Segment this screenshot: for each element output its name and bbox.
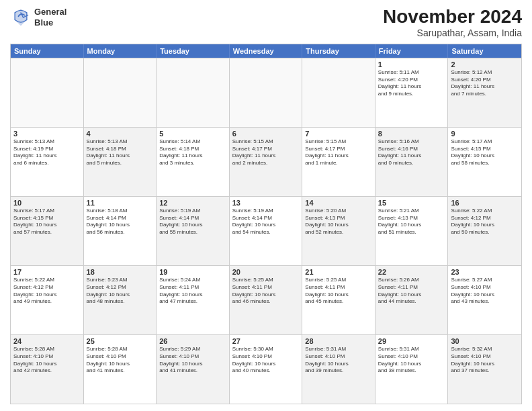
cell-info: Sunrise: 5:18 AM Sunset: 4:14 PM Dayligh… (87, 208, 154, 236)
day-number: 21 (305, 268, 372, 276)
day-number: 18 (87, 268, 154, 276)
logo-line2: Blue (34, 17, 66, 28)
cell-info: Sunrise: 5:25 AM Sunset: 4:11 PM Dayligh… (305, 277, 372, 306)
cell-info: Sunrise: 5:15 AM Sunset: 4:17 PM Dayligh… (232, 138, 300, 167)
cell-info: Sunrise: 5:13 AM Sunset: 4:19 PM Dayligh… (13, 138, 81, 167)
cell-info: Sunrise: 5:16 AM Sunset: 4:16 PM Dayligh… (378, 138, 445, 167)
cal-cell-6: 6Sunrise: 5:15 AM Sunset: 4:17 PM Daylig… (230, 128, 303, 196)
calendar: SundayMondayTuesdayWednesdayThursdayFrid… (10, 44, 522, 404)
day-number: 25 (87, 337, 154, 345)
cal-cell-28: 28Sunrise: 5:31 AM Sunset: 4:10 PM Dayli… (302, 335, 375, 404)
cal-cell-8: 8Sunrise: 5:16 AM Sunset: 4:16 PM Daylig… (375, 128, 449, 196)
cell-info: Sunrise: 5:31 AM Sunset: 4:10 PM Dayligh… (378, 346, 445, 375)
day-number: 14 (305, 199, 372, 207)
day-number: 28 (305, 337, 372, 345)
cell-info: Sunrise: 5:20 AM Sunset: 4:13 PM Dayligh… (305, 208, 372, 236)
cell-info: Sunrise: 5:15 AM Sunset: 4:17 PM Dayligh… (305, 138, 372, 167)
subtitle: Sarupathar, Assam, India (383, 28, 522, 38)
cal-cell-17: 17Sunrise: 5:22 AM Sunset: 4:12 PM Dayli… (11, 266, 84, 334)
cell-info: Sunrise: 5:32 AM Sunset: 4:10 PM Dayligh… (451, 346, 519, 375)
calendar-row-1: 3Sunrise: 5:13 AM Sunset: 4:19 PM Daylig… (11, 127, 521, 196)
day-number: 10 (13, 199, 81, 207)
cal-cell-empty-1 (84, 58, 157, 127)
day-number: 29 (378, 337, 445, 345)
header-day-friday: Friday (375, 44, 449, 58)
day-number: 8 (378, 130, 445, 138)
cell-info: Sunrise: 5:19 AM Sunset: 4:14 PM Dayligh… (159, 208, 226, 236)
cell-info: Sunrise: 5:27 AM Sunset: 4:10 PM Dayligh… (451, 277, 519, 306)
logo-text: General Blue (34, 7, 66, 28)
day-number: 9 (451, 130, 519, 138)
page: General Blue November 2024 Sarupathar, A… (0, 0, 532, 411)
cell-info: Sunrise: 5:22 AM Sunset: 4:12 PM Dayligh… (13, 277, 81, 306)
day-number: 19 (159, 268, 226, 276)
cell-info: Sunrise: 5:22 AM Sunset: 4:12 PM Dayligh… (451, 208, 519, 236)
header-day-wednesday: Wednesday (230, 44, 303, 58)
cal-cell-18: 18Sunrise: 5:23 AM Sunset: 4:12 PM Dayli… (84, 266, 157, 334)
cal-cell-26: 26Sunrise: 5:29 AM Sunset: 4:10 PM Dayli… (157, 335, 230, 404)
day-number: 6 (232, 130, 300, 138)
cal-cell-22: 22Sunrise: 5:26 AM Sunset: 4:11 PM Dayli… (375, 266, 449, 334)
cell-info: Sunrise: 5:14 AM Sunset: 4:18 PM Dayligh… (159, 138, 226, 167)
day-number: 23 (451, 268, 519, 276)
cal-cell-21: 21Sunrise: 5:25 AM Sunset: 4:11 PM Dayli… (302, 266, 375, 334)
cal-cell-2: 2Sunrise: 5:12 AM Sunset: 4:20 PM Daylig… (448, 58, 521, 127)
cell-info: Sunrise: 5:17 AM Sunset: 4:15 PM Dayligh… (451, 138, 519, 167)
day-number: 17 (13, 268, 81, 276)
cal-cell-4: 4Sunrise: 5:13 AM Sunset: 4:18 PM Daylig… (84, 128, 157, 196)
cell-info: Sunrise: 5:28 AM Sunset: 4:10 PM Dayligh… (87, 346, 154, 375)
cal-cell-16: 16Sunrise: 5:22 AM Sunset: 4:12 PM Dayli… (448, 197, 521, 265)
cal-cell-20: 20Sunrise: 5:25 AM Sunset: 4:11 PM Dayli… (230, 266, 303, 334)
logo: General Blue (10, 7, 66, 28)
cal-cell-5: 5Sunrise: 5:14 AM Sunset: 4:18 PM Daylig… (157, 128, 230, 196)
calendar-row-4: 24Sunrise: 5:28 AM Sunset: 4:10 PM Dayli… (11, 334, 521, 404)
cal-cell-11: 11Sunrise: 5:18 AM Sunset: 4:14 PM Dayli… (84, 197, 157, 265)
day-number: 15 (378, 199, 445, 207)
day-number: 12 (159, 199, 226, 207)
day-number: 5 (159, 130, 226, 138)
cal-cell-9: 9Sunrise: 5:17 AM Sunset: 4:15 PM Daylig… (448, 128, 521, 196)
cal-cell-7: 7Sunrise: 5:15 AM Sunset: 4:17 PM Daylig… (302, 128, 375, 196)
cell-info: Sunrise: 5:19 AM Sunset: 4:14 PM Dayligh… (232, 208, 300, 236)
header-day-sunday: Sunday (11, 44, 84, 58)
day-number: 27 (232, 337, 300, 345)
day-number: 4 (87, 130, 154, 138)
cell-info: Sunrise: 5:23 AM Sunset: 4:12 PM Dayligh… (87, 277, 154, 306)
cal-cell-29: 29Sunrise: 5:31 AM Sunset: 4:10 PM Dayli… (375, 335, 449, 404)
cal-cell-19: 19Sunrise: 5:24 AM Sunset: 4:11 PM Dayli… (157, 266, 230, 334)
day-number: 7 (305, 130, 372, 138)
cell-info: Sunrise: 5:29 AM Sunset: 4:10 PM Dayligh… (159, 346, 226, 375)
cal-cell-25: 25Sunrise: 5:28 AM Sunset: 4:10 PM Dayli… (84, 335, 157, 404)
cal-cell-empty-2 (157, 58, 230, 127)
cell-info: Sunrise: 5:31 AM Sunset: 4:10 PM Dayligh… (305, 346, 372, 375)
day-number: 16 (451, 199, 519, 207)
cal-cell-12: 12Sunrise: 5:19 AM Sunset: 4:14 PM Dayli… (157, 197, 230, 265)
cal-cell-15: 15Sunrise: 5:21 AM Sunset: 4:13 PM Dayli… (375, 197, 449, 265)
header-day-tuesday: Tuesday (157, 44, 230, 58)
cell-info: Sunrise: 5:25 AM Sunset: 4:11 PM Dayligh… (232, 277, 300, 306)
cal-cell-1: 1Sunrise: 5:11 AM Sunset: 4:20 PM Daylig… (375, 58, 449, 127)
day-number: 13 (232, 199, 300, 207)
cal-cell-empty-4 (302, 58, 375, 127)
header-day-thursday: Thursday (302, 44, 375, 58)
cal-cell-10: 10Sunrise: 5:17 AM Sunset: 4:15 PM Dayli… (11, 197, 84, 265)
cell-info: Sunrise: 5:12 AM Sunset: 4:20 PM Dayligh… (451, 69, 519, 98)
logo-icon (10, 7, 32, 28)
day-number: 2 (451, 60, 519, 68)
day-number: 1 (378, 60, 445, 68)
cal-cell-27: 27Sunrise: 5:30 AM Sunset: 4:10 PM Dayli… (230, 335, 303, 404)
cell-info: Sunrise: 5:28 AM Sunset: 4:10 PM Dayligh… (13, 346, 81, 375)
cal-cell-empty-3 (230, 58, 303, 127)
calendar-body: 1Sunrise: 5:11 AM Sunset: 4:20 PM Daylig… (11, 58, 521, 404)
logo-line1: General (34, 7, 66, 17)
cell-info: Sunrise: 5:30 AM Sunset: 4:10 PM Dayligh… (232, 346, 300, 375)
cell-info: Sunrise: 5:17 AM Sunset: 4:15 PM Dayligh… (13, 208, 81, 236)
cell-info: Sunrise: 5:24 AM Sunset: 4:11 PM Dayligh… (159, 277, 226, 306)
cell-info: Sunrise: 5:13 AM Sunset: 4:18 PM Dayligh… (87, 138, 154, 167)
calendar-row-2: 10Sunrise: 5:17 AM Sunset: 4:15 PM Dayli… (11, 196, 521, 265)
day-number: 22 (378, 268, 445, 276)
cal-cell-13: 13Sunrise: 5:19 AM Sunset: 4:14 PM Dayli… (230, 197, 303, 265)
day-number: 26 (159, 337, 226, 345)
cal-cell-24: 24Sunrise: 5:28 AM Sunset: 4:10 PM Dayli… (11, 335, 84, 404)
header-day-saturday: Saturday (448, 44, 521, 58)
